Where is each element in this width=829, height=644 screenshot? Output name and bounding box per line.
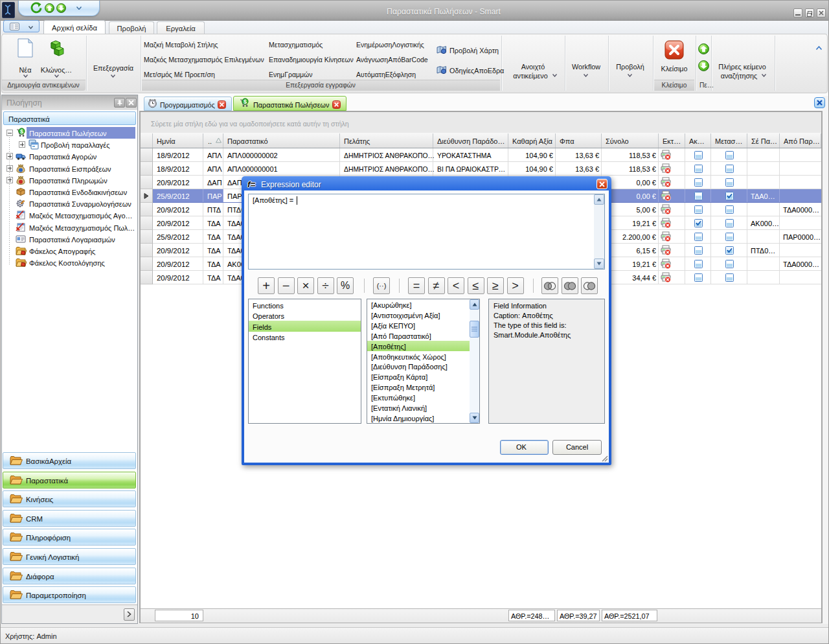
svg-text:$: $: [244, 98, 247, 105]
svg-text:$: $: [20, 128, 23, 135]
